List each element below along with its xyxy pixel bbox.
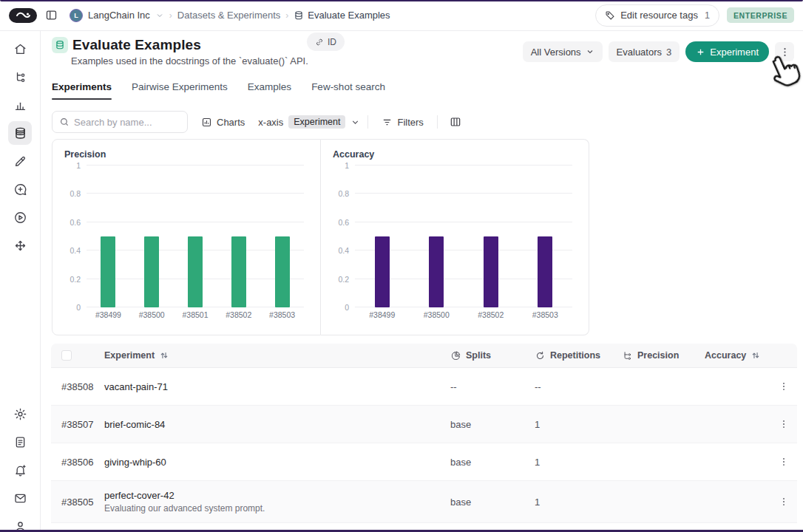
kebab-menu-icon	[779, 47, 790, 58]
table-row-38506[interactable]: #38506giving-whip-60base1	[51, 443, 797, 481]
tab-experiments[interactable]: Experiments	[52, 81, 112, 100]
database-icon	[294, 10, 304, 21]
bar-38500[interactable]	[429, 236, 444, 307]
sidebar-item-notifications[interactable]	[8, 458, 32, 482]
column-header-precision[interactable]: Precision	[616, 350, 699, 361]
sidebar-bottom-group	[8, 402, 32, 532]
breadcrumb-page[interactable]: Evaluate Examples	[294, 10, 390, 21]
chevron-down-icon[interactable]	[155, 11, 164, 20]
splits-value: base	[444, 448, 529, 477]
bar-38502[interactable]	[484, 236, 498, 307]
select-all-checkbox[interactable]	[61, 350, 72, 361]
experiment-id: #38506	[51, 448, 104, 477]
experiment-name: vacant-pain-71	[104, 381, 444, 392]
sidebar-toggle-icon[interactable]	[43, 7, 59, 24]
bar-38503[interactable]	[538, 236, 552, 307]
sort-icon[interactable]	[159, 350, 169, 361]
table-row-38505[interactable]: #38505perfect-cover-42Evaluating our adv…	[51, 481, 797, 523]
sidebar-item-deployments[interactable]	[8, 233, 32, 257]
columns-icon	[450, 116, 461, 128]
y-tick-label: 0.6	[64, 218, 81, 227]
sidebar-item-prompts[interactable]	[8, 177, 32, 201]
x-tick-label: #38503	[260, 310, 304, 319]
experiment-name-cell: giving-whip-60	[104, 448, 444, 477]
column-header-repetitions[interactable]: Repetitions	[529, 350, 616, 361]
breadcrumb-section[interactable]: Datasets & Experiments	[177, 10, 280, 21]
experiment-id: #38508	[51, 372, 104, 401]
bar-38499[interactable]	[375, 236, 390, 307]
bar-38503[interactable]	[275, 236, 290, 307]
xaxis-dropdown[interactable]: x-axis Experiment	[258, 115, 360, 129]
org-avatar[interactable]: L	[70, 9, 83, 22]
all-versions-dropdown[interactable]: All Versions	[523, 41, 603, 62]
bar-38499[interactable]	[101, 236, 115, 307]
y-tick-label: 0.4	[333, 246, 349, 255]
x-tick-label: #38500	[410, 310, 464, 319]
row-menu-cell	[768, 406, 797, 443]
y-tick-label: 0.6	[333, 218, 349, 227]
row-menu-button[interactable]	[774, 492, 793, 511]
row-menu-cell	[768, 443, 797, 480]
breadcrumb-separator: ›	[169, 10, 172, 21]
column-header-splits[interactable]: Splits	[444, 350, 529, 361]
toolbar-divider	[437, 115, 438, 129]
row-menu-button[interactable]	[774, 415, 793, 434]
table-row-38508[interactable]: #38508vacant-pain-71----	[51, 368, 797, 406]
tab-pairwise-experiments[interactable]: Pairwise Experiments	[132, 81, 228, 100]
table-row-38507[interactable]: #38507brief-comic-84base1	[51, 406, 797, 443]
charts-button[interactable]: Charts	[195, 111, 251, 133]
filters-button[interactable]: Filters	[376, 111, 429, 133]
copy-id-button[interactable]: ID	[307, 33, 345, 51]
experiment-id: #38505	[51, 488, 104, 516]
row-menu-button[interactable]	[774, 377, 793, 396]
search-input[interactable]	[74, 117, 177, 128]
splits-value: base	[444, 410, 529, 439]
y-tick-label: 0	[64, 303, 81, 312]
tab-examples[interactable]: Examples	[248, 81, 291, 100]
x-tick-label: #38502	[217, 310, 260, 319]
bar-38501[interactable]	[188, 236, 203, 307]
evaluators-count: 3	[666, 47, 671, 58]
notifications-icon	[13, 463, 27, 477]
sidebar-item-mail[interactable]	[8, 486, 32, 510]
sidebar-item-playground[interactable]	[8, 205, 32, 229]
experiment-name-cell: perfect-cover-42Evaluating our advanced …	[104, 481, 444, 522]
column-label: Repetitions	[550, 350, 600, 361]
more-options-button[interactable]	[775, 42, 794, 61]
sidebar-item-tracing-projects[interactable]	[8, 65, 32, 89]
playground-icon	[13, 211, 27, 225]
row-menu-button[interactable]	[774, 452, 793, 471]
edit-resource-tags-button[interactable]: Edit resource tags 1	[595, 4, 719, 27]
evaluators-button[interactable]: Evaluators 3	[609, 41, 680, 62]
annotation-queues-icon	[13, 154, 27, 168]
new-experiment-button[interactable]: Experiment	[685, 41, 769, 62]
y-tick-label: 0.8	[333, 189, 349, 198]
sidebar-item-settings[interactable]	[8, 402, 32, 426]
columns-button[interactable]	[445, 112, 466, 132]
x-tick-label: #38499	[355, 310, 410, 319]
sidebar-item-home[interactable]	[8, 37, 32, 61]
sidebar-item-annotation-queues[interactable]	[8, 149, 32, 173]
sidebar-item-datasets-experiments[interactable]	[8, 121, 32, 145]
sort-icon[interactable]	[751, 350, 761, 361]
tab-few-shot-search[interactable]: Few-shot search	[311, 81, 385, 100]
page-title: Evaluate Examples	[72, 37, 201, 53]
org-name[interactable]: LangChain Inc	[88, 10, 150, 21]
bar-38502[interactable]	[231, 236, 246, 307]
y-tick-label: 1	[333, 161, 349, 170]
experiment-id: #38507	[51, 410, 104, 439]
experiment-description: Evaluating our advanced system prompt.	[104, 503, 444, 514]
bar-38500[interactable]	[144, 236, 159, 307]
sidebar-item-monitoring[interactable]	[8, 93, 32, 117]
langsmith-logo[interactable]	[9, 8, 37, 23]
column-header-accuracy[interactable]: Accuracy	[699, 350, 768, 361]
toolbar-divider	[367, 115, 368, 129]
toolbar: Charts x-axis Experiment Filters	[52, 111, 466, 133]
column-header-experiment[interactable]: Experiment	[104, 350, 444, 361]
mail-icon	[13, 491, 27, 505]
experiment-name-cell: vacant-pain-71	[104, 372, 444, 401]
sidebar-item-docs[interactable]	[8, 430, 32, 454]
row-menu-cell	[768, 483, 797, 520]
plan-badge: ENTERPRISE	[727, 7, 794, 23]
y-tick-label: 0.8	[64, 189, 81, 198]
